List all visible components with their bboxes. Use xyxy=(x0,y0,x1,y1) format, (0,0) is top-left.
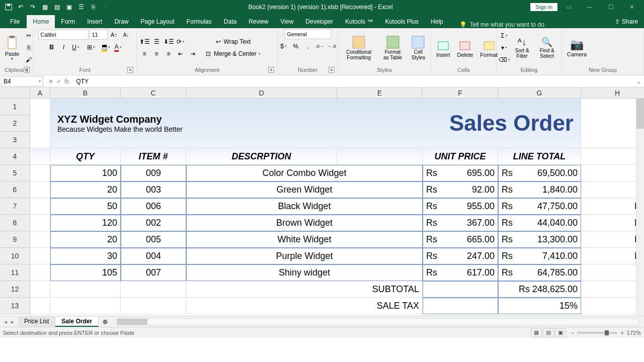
ribbon-options-icon[interactable]: ▭ xyxy=(558,0,579,14)
overflow-1[interactable] xyxy=(581,182,644,198)
line-2[interactable]: Rs47,750.00 xyxy=(498,198,581,215)
unit-5[interactable]: Rs247.00 xyxy=(423,248,498,264)
desc-2[interactable]: Black Widget xyxy=(186,198,423,215)
format-as-table-button[interactable]: Format as Table xyxy=(378,34,407,61)
zoom-in-icon[interactable]: + xyxy=(620,330,623,336)
item-1[interactable]: 003 xyxy=(121,182,186,198)
alignment-launcher[interactable]: ⬊ xyxy=(268,67,274,73)
col-header-G[interactable]: G xyxy=(498,87,581,99)
desc-5[interactable]: Purple Widget xyxy=(186,248,423,264)
undo-icon[interactable]: ↶ xyxy=(15,2,26,13)
col-header-E[interactable]: E xyxy=(337,87,423,99)
tab-review[interactable]: Review xyxy=(243,15,274,28)
close-icon[interactable]: ✕ xyxy=(622,0,642,14)
align-left-icon[interactable]: ≡ xyxy=(139,48,150,59)
cell[interactable] xyxy=(30,298,50,314)
tab-kutools-plus[interactable]: Kutools Plus xyxy=(379,15,425,28)
tab-insert[interactable]: Insert xyxy=(81,15,108,28)
cell[interactable] xyxy=(30,281,50,298)
cell[interactable] xyxy=(50,281,121,298)
zoom-level[interactable]: 172% xyxy=(627,330,641,336)
cell[interactable] xyxy=(30,148,50,165)
tab-view[interactable]: View xyxy=(275,15,300,28)
tab-kutools-[interactable]: Kutools ™ xyxy=(339,15,379,28)
cell[interactable] xyxy=(121,281,186,298)
cell-styles-button[interactable]: Cell Styles xyxy=(408,34,429,61)
subtotal-label[interactable]: SUBTOTAL xyxy=(186,281,423,298)
currency-button[interactable]: $ xyxy=(278,41,289,52)
qat-btn-6[interactable]: ▣ xyxy=(63,2,74,13)
saletax-value[interactable]: 15% xyxy=(498,298,581,314)
select-all-corner[interactable] xyxy=(0,87,30,99)
conditional-formatting-button[interactable]: Conditional Formatting xyxy=(340,34,377,61)
cell[interactable] xyxy=(30,248,50,264)
font-name-input[interactable] xyxy=(38,30,89,40)
cell[interactable] xyxy=(30,264,50,281)
orientation-icon[interactable]: ⟳ xyxy=(175,36,186,47)
cell[interactable] xyxy=(30,215,50,231)
font-color-button[interactable]: A xyxy=(113,42,124,53)
tell-me[interactable]: 💡 Tell me what you want to do xyxy=(459,21,609,28)
col-header-C[interactable]: C xyxy=(121,87,186,99)
comma-button[interactable]: , xyxy=(302,41,313,52)
row-header-13[interactable]: 13 xyxy=(0,298,30,314)
unit-6[interactable]: Rs617.00 xyxy=(423,264,498,281)
zoom-slider[interactable] xyxy=(577,332,617,334)
tab-help[interactable]: Help xyxy=(425,15,449,28)
name-box[interactable]: B4▾ xyxy=(1,76,43,86)
cell[interactable] xyxy=(337,148,423,165)
unit-0[interactable]: Rs695.00 xyxy=(423,165,498,182)
clipboard-launcher[interactable]: ⬊ xyxy=(24,67,30,73)
row-header-9[interactable]: 9 xyxy=(0,231,30,248)
signin-button[interactable]: Sign in xyxy=(530,3,557,11)
cut-icon[interactable]: ✂ xyxy=(23,30,34,41)
col-header-B[interactable]: B xyxy=(50,87,121,99)
align-top-icon[interactable]: ⬆☰ xyxy=(139,36,150,47)
font-launcher[interactable]: ⬊ xyxy=(127,67,133,73)
share-button[interactable]: ⇪Share xyxy=(609,15,644,28)
maximize-icon[interactable]: ☐ xyxy=(601,0,621,14)
item-2[interactable]: 006 xyxy=(121,198,186,215)
paste-button[interactable]: Paste▾ xyxy=(2,34,22,62)
header-qty[interactable]: QTY xyxy=(50,148,121,165)
bold-button[interactable]: B xyxy=(46,42,57,53)
format-painter-icon[interactable]: 🖌 xyxy=(23,54,34,65)
align-right-icon[interactable]: ≡ xyxy=(163,48,174,59)
saletax-label[interactable]: SALE TAX xyxy=(186,298,423,314)
qat-btn-4[interactable]: ▦ xyxy=(39,2,50,13)
row-header-8[interactable]: 8 xyxy=(0,215,30,231)
col-header-F[interactable]: F xyxy=(423,87,498,99)
col-header-H[interactable]: H xyxy=(581,87,644,99)
overflow-2[interactable]: Rs2 xyxy=(581,198,644,215)
tab-form[interactable]: Form xyxy=(55,15,81,28)
row-header-5[interactable]: 5 xyxy=(0,165,30,182)
cell[interactable] xyxy=(30,165,50,182)
row-header-2[interactable]: 2 xyxy=(0,115,30,132)
cancel-formula-icon[interactable]: ✕ xyxy=(48,78,53,85)
normal-view-icon[interactable]: ▦ xyxy=(531,328,542,337)
horizontal-scrollbar[interactable] xyxy=(117,318,639,325)
underline-button[interactable]: U xyxy=(70,42,82,53)
overflow-5[interactable]: Rs6 xyxy=(581,248,644,264)
desc-1[interactable]: Green Widget xyxy=(186,182,423,198)
header-desc[interactable]: DESCRPTION xyxy=(186,148,337,165)
item-3[interactable]: 002 xyxy=(121,215,186,231)
desc-3[interactable]: Brown Widget xyxy=(186,215,423,231)
row-header-12[interactable]: 12 xyxy=(0,281,30,298)
line-0[interactable]: Rs69,500.00 xyxy=(498,165,581,182)
page-layout-view-icon[interactable]: ▤ xyxy=(543,328,554,337)
redo-icon[interactable]: ↷ xyxy=(27,2,38,13)
fill-button[interactable]: ▾ xyxy=(499,42,510,53)
unit-3[interactable]: Rs367.00 xyxy=(423,215,498,231)
copy-icon[interactable]: ⎘ xyxy=(23,42,34,53)
cell[interactable] xyxy=(423,281,498,298)
qat-btn-7[interactable]: ☰ xyxy=(75,2,87,13)
increase-font-icon[interactable]: A↑ xyxy=(109,29,120,40)
unit-4[interactable]: Rs665.00 xyxy=(423,231,498,248)
row-header-11[interactable]: 11 xyxy=(0,264,30,281)
item-5[interactable]: 004 xyxy=(121,248,186,264)
align-center-icon[interactable]: ≡ xyxy=(151,48,162,59)
merge-center-button[interactable]: ⊡Merge & Center xyxy=(202,48,264,59)
formula-bar-input[interactable] xyxy=(74,76,634,86)
vertical-scrollbar[interactable] xyxy=(636,99,644,316)
